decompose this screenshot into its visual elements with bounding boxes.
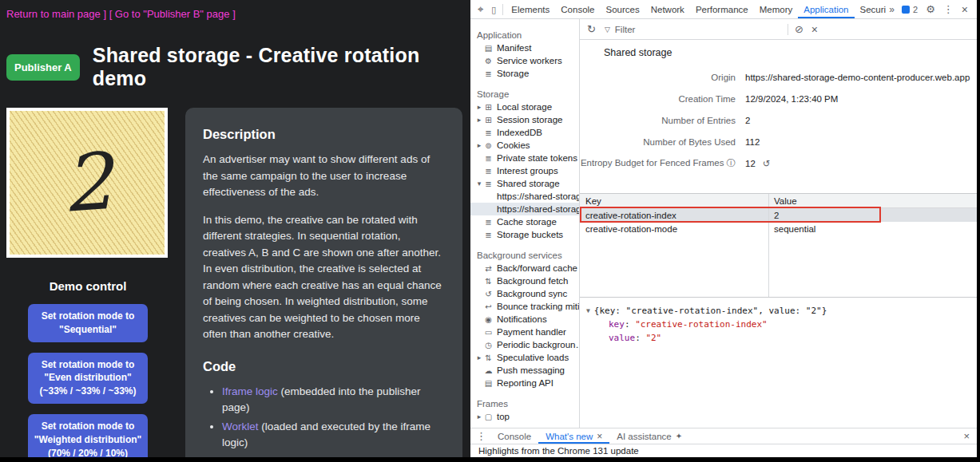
close-panel-icon[interactable]: [807, 24, 822, 35]
sidebar-row[interactable]: Session storage: [470, 113, 579, 126]
code-link[interactable]: Iframe logic: [222, 385, 278, 397]
cell-key: creative-rotation-mode: [580, 224, 768, 234]
devtools-drawer-tabbar: Console What's new AI assistance: [470, 428, 977, 444]
ad-creative-frame: 2: [6, 108, 168, 258]
sidebar-item-label: Application: [477, 30, 522, 40]
sidebar-row[interactable]: Private state tokens: [470, 152, 579, 164]
sidebar-item-label: Background services: [477, 251, 562, 260]
bracket-separator: ] [: [101, 8, 115, 20]
close-whats-new-icon[interactable]: [597, 431, 602, 442]
sidebar-item-label: Background sync: [497, 289, 567, 298]
meta-value: 112: [745, 137, 977, 147]
info-icon[interactable]: ⓘ: [727, 158, 736, 168]
rotation-mode-button[interactable]: Set rotation mode to "Weighted distribut…: [28, 414, 148, 457]
return-main-page-link[interactable]: Return to main page: [6, 8, 101, 20]
sidebar-row[interactable]: Service workers: [470, 54, 579, 67]
meta-row-origin: Origin https://shared-storage-demo-conte…: [580, 66, 977, 88]
cell-value: 2: [768, 211, 977, 220]
expand-arrow-icon[interactable]: [585, 306, 594, 314]
sidebar-row[interactable]: Reporting API: [470, 377, 579, 389]
sidebar-row[interactable]: Shared storage: [470, 177, 579, 190]
property-name: key: [609, 319, 625, 330]
tab-whats-new[interactable]: What's new: [538, 428, 609, 444]
devtools-window: ElementsConsoleSourcesNetworkPerformance…: [470, 0, 977, 457]
devtools-tab[interactable]: Elements: [506, 0, 555, 18]
sidebar-item-label: Push messaging: [497, 365, 565, 375]
sidebar-item-label: Session storage: [497, 115, 562, 124]
devtools-tab[interactable]: Application: [798, 0, 854, 18]
sidebar-row[interactable]: Interest groups: [470, 164, 579, 177]
sidebar-row[interactable]: Storage buckets: [470, 228, 579, 241]
meta-row-entropy: Entropy Budget for Fenced Framesⓘ 12↺: [580, 152, 977, 174]
sidebar-row[interactable]: Background sync: [470, 287, 579, 300]
sidebar-row[interactable]: Periodic backgroun…: [470, 338, 579, 351]
filter-placeholder: Filter: [615, 25, 636, 34]
sidebar-row[interactable]: Payment handler: [470, 326, 579, 338]
object-property: key: "creative-rotation-index": [585, 319, 972, 330]
database-icon: [483, 128, 494, 137]
close-drawer-icon[interactable]: [956, 430, 977, 442]
sidebar-row[interactable]: https://shared-storage…: [470, 203, 579, 215]
table-row[interactable]: creative-rotation-index 2: [580, 208, 977, 222]
sidebar-item-label: Cookies: [497, 140, 530, 150]
issues-count-badge[interactable]: 2: [898, 5, 922, 14]
demo-buttons: Set rotation mode to "Sequential"Set rot…: [6, 304, 169, 457]
sidebar-row[interactable]: Push messaging: [470, 364, 579, 377]
devtools-tab[interactable]: Sources: [601, 0, 645, 18]
tabbar-right-controls: 2: [898, 4, 977, 15]
table-row[interactable]: creative-rotation-mode sequential: [580, 222, 977, 235]
object-properties: key: "creative-rotation-index"value: "2": [585, 319, 972, 343]
description-card: Description An advertiser may want to sh…: [185, 108, 462, 457]
devtools-tab[interactable]: Performance: [690, 0, 754, 18]
object-property: value: "2": [585, 333, 972, 343]
more-tabs-icon[interactable]: [886, 4, 898, 15]
devtools-tab[interactable]: Network: [645, 0, 690, 18]
column-header-key[interactable]: Key: [580, 196, 768, 206]
code-link[interactable]: Worklet: [222, 421, 259, 432]
delete-all-icon[interactable]: [791, 24, 807, 34]
column-divider[interactable]: [768, 194, 769, 297]
sidebar-row[interactable]: Cache storage: [470, 215, 579, 228]
tab-ai-assistance[interactable]: AI assistance: [609, 428, 689, 444]
disclosure-arrow-icon: [475, 116, 483, 124]
sidebar-row[interactable]: Storage: [470, 67, 579, 80]
sidebar-row[interactable]: https://shared-storage…: [470, 190, 579, 203]
panel-toolbar: Filter: [580, 19, 977, 40]
column-header-value[interactable]: Value: [768, 196, 977, 206]
sidebar-item-label: https://shared-storage…: [497, 204, 579, 214]
settings-gear-icon[interactable]: [922, 4, 939, 14]
sidebar-row[interactable]: Cookies: [470, 139, 579, 152]
sidebar-item-label: Speculative loads: [497, 353, 569, 362]
sidebar-row[interactable]: Bounce tracking miti…: [470, 300, 579, 313]
sidebar-row[interactable]: Speculative loads: [470, 351, 579, 364]
sidebar-row[interactable]: IndexedDB: [470, 126, 579, 139]
page-header: Publisher A Shared storage - Creative ro…: [6, 44, 462, 90]
device-toolbar-icon[interactable]: [487, 4, 500, 14]
drawer-menu-icon[interactable]: [472, 431, 490, 441]
tab-console[interactable]: Console: [490, 428, 538, 444]
close-devtools-icon[interactable]: [958, 4, 972, 15]
sidebar-row[interactable]: Manifest: [470, 41, 579, 54]
rotation-mode-button[interactable]: Set rotation mode to "Sequential": [28, 304, 148, 342]
filter-input[interactable]: Filter: [600, 25, 785, 34]
refresh-icon[interactable]: [583, 24, 600, 34]
sidebar-row[interactable]: Back/forward cache: [470, 262, 579, 274]
meta-label: Number of Bytes Used: [580, 137, 736, 147]
sidebar-item-label: Local storage: [497, 102, 552, 112]
sidebar-row[interactable]: Notifications: [470, 313, 579, 326]
object-preview[interactable]: {key: "creative-rotation-index", value: …: [585, 306, 972, 316]
devtools-tab[interactable]: Memory: [754, 0, 799, 18]
sidebar-row[interactable]: Local storage: [470, 101, 579, 113]
devtools-tab[interactable]: Security: [855, 0, 887, 18]
devtools-tab[interactable]: Console: [555, 0, 600, 18]
shared-storage-panel: Filter Shared storage Origin https://sha…: [580, 19, 977, 428]
reset-budget-icon[interactable]: ↺: [763, 159, 771, 168]
publisher-b-link[interactable]: Go to "Publisher B" page: [115, 8, 230, 20]
sidebar-item-label: Interest groups: [497, 166, 558, 176]
disclosure-arrow-icon: [475, 103, 483, 111]
inspect-icon[interactable]: [474, 4, 487, 14]
rotation-mode-button[interactable]: Set rotation mode to "Even distribution"…: [28, 353, 148, 404]
sidebar-row[interactable]: Background fetch: [470, 274, 579, 287]
sidebar-row[interactable]: top: [470, 410, 579, 423]
more-options-icon[interactable]: [939, 4, 958, 14]
